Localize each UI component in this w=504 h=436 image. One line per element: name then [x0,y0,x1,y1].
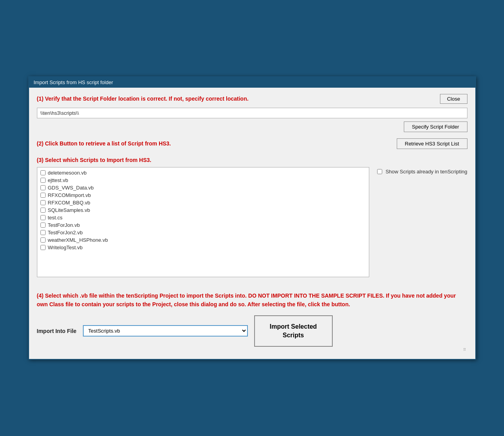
list-item[interactable]: RFXCOM_BBQ.vb [37,199,369,206]
script-item-label: deletemesoon.vb [48,170,87,176]
list-item[interactable]: ejttest.vb [37,177,369,184]
step1-label: (1) Verify that the Script Folder locati… [37,96,249,102]
script-item-label: weatherXML_HSPhone.vb [48,237,108,243]
show-scripts-option: Show Scripts already in tenScripting [377,167,467,175]
list-item[interactable]: SQLiteSamples.vb [37,206,369,214]
script-checkbox[interactable] [40,208,46,213]
list-item[interactable]: test.cs [37,214,369,221]
dialog-content: (1) Verify that the Script Folder locati… [29,88,475,359]
script-item-label: TestForJon.vb [48,222,80,228]
step1-header: (1) Verify that the Script Folder locati… [37,94,467,104]
script-item-label: ejttest.vb [48,177,68,183]
import-file-select[interactable]: TestScripts.vb [83,325,248,337]
specify-btn-row: Specify Script Folder [37,121,467,132]
scripts-list[interactable]: deletemesoon.vbejttest.vbGDS_VWS_Data.vb… [37,167,370,277]
import-selected-scripts-button[interactable]: Import SelectedScripts [254,315,333,347]
script-item-label: TestForJon2.vb [48,230,83,235]
folder-path-input[interactable] [37,108,467,118]
step2-row: (2) Click Button to retrieve a list of S… [37,138,467,149]
close-button[interactable]: Close [440,94,467,104]
script-checkbox[interactable] [40,215,46,220]
script-item-label: test.cs [48,215,63,221]
script-checkbox[interactable] [40,193,46,198]
retrieve-hs3-script-list-button[interactable]: Retrieve HS3 Script List [397,138,467,149]
script-checkbox[interactable] [40,245,46,250]
title-text: Import Scripts from HS script folder [34,79,113,85]
show-scripts-label: Show Scripts already in tenScripting [385,169,467,175]
list-item[interactable]: deletemesoon.vb [37,169,369,177]
script-item-label: WritelogTest.vb [48,245,83,250]
title-bar: Import Scripts from HS script folder [29,77,475,88]
list-item[interactable]: RFXCOMimport.vb [37,191,369,199]
list-item[interactable]: WritelogTest.vb [37,244,369,251]
list-item[interactable]: TestForJon.vb [37,221,369,229]
show-scripts-row: Show Scripts already in tenScripting [377,167,467,175]
step2-label: (2) Click Button to retrieve a list of S… [37,140,171,147]
step4-text: (4) Select which .vb file within the ten… [37,291,467,309]
script-checkbox[interactable] [40,185,46,190]
specify-script-folder-button[interactable]: Specify Script Folder [404,121,467,132]
script-item-label: RFXCOM_BBQ.vb [48,200,90,206]
script-item-label: GDS_VWS_Data.vb [48,185,94,191]
list-item[interactable]: GDS_VWS_Data.vb [37,184,369,191]
import-bottom-row: Import Into File TestScripts.vb Import S… [37,315,467,347]
script-item-label: SQLiteSamples.vb [48,207,90,213]
scripts-area: deletemesoon.vbejttest.vbGDS_VWS_Data.vb… [37,167,467,277]
script-checkbox[interactable] [40,223,46,228]
resize-handle: ⠿ [37,347,467,353]
list-item[interactable]: TestForJon2.vb [37,229,369,236]
script-checkbox[interactable] [40,230,46,235]
show-scripts-checkbox[interactable] [377,169,382,174]
script-checkbox[interactable] [40,200,46,205]
spacer [37,285,467,291]
script-checkbox[interactable] [40,237,46,243]
script-checkbox[interactable] [40,178,46,183]
list-item[interactable]: weatherXML_HSPhone.vb [37,236,369,244]
script-checkbox[interactable] [40,170,46,175]
step3-label: (3) Select which Scripts to Import from … [37,157,467,163]
import-into-label: Import Into File [37,328,77,334]
dialog-window: Import Scripts from HS script folder (1)… [28,76,476,360]
resize-dots: ⠿ [463,348,466,352]
script-item-label: RFXCOMimport.vb [48,192,91,198]
